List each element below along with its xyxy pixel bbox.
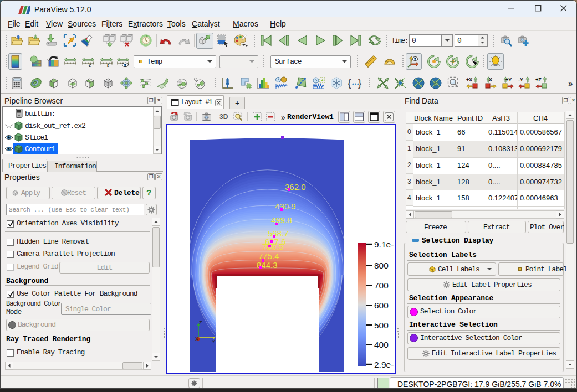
svg-text:-X: -X [487,77,492,82]
svg-text:}: } [358,77,361,89]
svg-text:775.4: 775.4 [258,251,279,261]
svg-text:600: 600 [374,301,389,310]
svg-text:400: 400 [374,340,389,349]
svg-text:+Z: +Z [535,77,542,82]
svg-text:Z: Z [199,320,202,326]
svg-text:9.1e-: 9.1e- [374,240,394,249]
svg-text:c: c [89,61,91,68]
svg-text:X: X [195,336,198,342]
svg-text:Y: Y [212,339,215,344]
svg-text:500: 500 [374,321,389,330]
svg-text:{: { [348,77,351,89]
svg-text:800: 800 [374,261,389,270]
svg-text:+X: +X [466,77,472,82]
svg-text:t: t [107,61,109,68]
svg-text:2.9e-: 2.9e- [374,360,394,369]
svg-text:-Y: -Y [518,77,523,82]
svg-text:706.5: 706.5 [262,242,283,251]
svg-text:499.8: 499.8 [271,215,292,225]
svg-text:+Y: +Y [505,77,512,82]
svg-text:430.9: 430.9 [275,202,296,211]
svg-text:700: 700 [374,281,389,290]
